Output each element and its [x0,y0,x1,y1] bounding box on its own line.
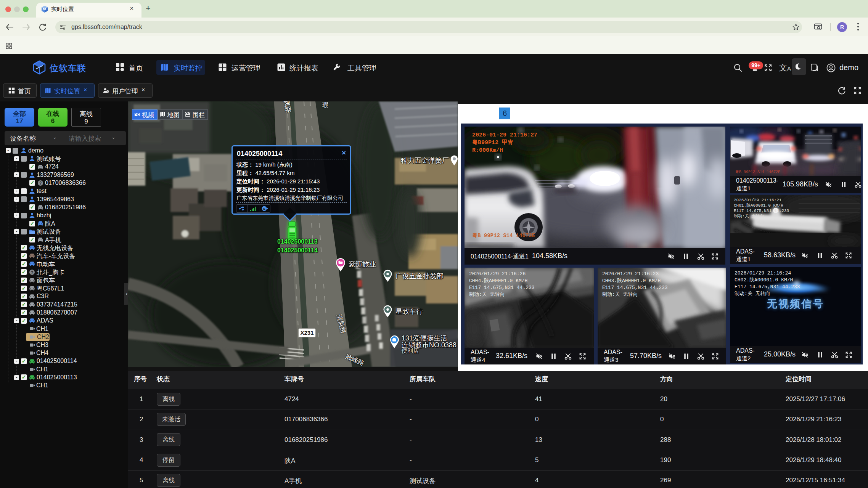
svg-text:2026/01/29 21:16:24: 2026/01/29 21:16:24 [735,270,791,276]
svg-text:制动:关 无转向: 制动:关 无转向 [469,292,505,297]
svg-text:粤B 99P12 S14 14672E: 粤B 99P12 S14 14672E [735,170,780,174]
svg-text:制动:关 无转向: 制动:关 无转向 [602,292,638,297]
svg-text:无视频信号: 无视频信号 [767,298,824,310]
svg-text:E: E [263,207,265,210]
svg-text:制动:关 无转向: 制动:关 无转向 [735,291,770,297]
svg-text:R:000Km/H: R:000Km/H [472,147,503,154]
svg-text:2026/01/29 21:16:23: 2026/01/29 21:16:23 [602,271,659,277]
svg-text:CH02.陕A00001.0 KM/H: CH02.陕A00001.0 KM/H [735,277,793,283]
svg-text:制动:关 无转向: 制动:关 无转向 [734,214,764,218]
svg-text:2026-01-29 21:16:27: 2026-01-29 21:16:27 [472,132,537,138]
svg-text:E117 14.675,N31 44.233: E117 14.675,N31 44.233 [734,209,789,213]
svg-text:E117 14.675,N31 44.233: E117 14.675,N31 44.233 [735,284,800,290]
svg-text:E117 14.675,N31 44.233: E117 14.675,N31 44.233 [469,285,535,291]
svg-text:E117 14.675,N31 44.233: E117 14.675,N31 44.233 [602,285,668,291]
svg-text:2026/01/29 21:16:21: 2026/01/29 21:16:21 [734,198,782,202]
svg-text:CH01.陕A00001.0 KM/H: CH01.陕A00001.0 KM/H [734,203,783,208]
svg-text:CH03.陕A00001.0 KM/H: CH03.陕A00001.0 KM/H [602,278,661,284]
svg-text:CH04.陕A00001.0 KM/H: CH04.陕A00001.0 KM/H [469,278,527,284]
svg-text:粤B 99P12 S14 14672E: 粤B 99P12 S14 14672E [472,233,535,239]
svg-text:2026/01/29 21:16:26: 2026/01/29 21:16:26 [469,271,526,277]
svg-text:粤B99P12 甲胄: 粤B99P12 甲胄 [472,139,513,146]
